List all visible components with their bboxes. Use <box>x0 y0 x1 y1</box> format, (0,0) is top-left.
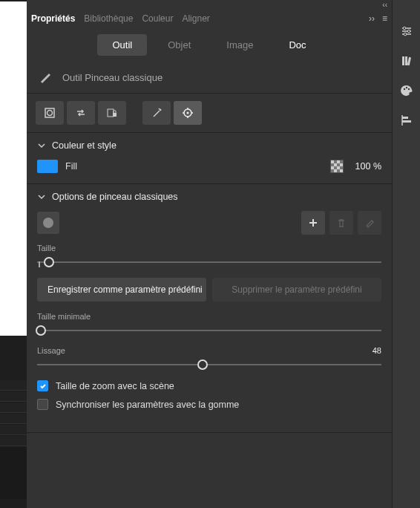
panel-menu-icon[interactable]: ≡ <box>382 13 387 24</box>
section-brush-options-title: Options de pinceau classiques <box>52 192 178 202</box>
paint-behind-button[interactable] <box>142 101 171 125</box>
tab-color[interactable]: Couleur <box>142 10 173 27</box>
left-app-strip <box>0 0 27 508</box>
palette-icon[interactable] <box>398 82 416 100</box>
delete-preset-text-button: Supprimer le paramètre prédéfini <box>212 278 381 302</box>
delete-preset-button <box>329 211 353 235</box>
chevron-down-icon[interactable] <box>37 141 46 150</box>
svg-rect-2 <box>108 109 114 117</box>
lock-fill-button[interactable] <box>98 101 126 125</box>
smoothing-slider[interactable] <box>37 358 381 371</box>
min-size-label: Taille minimale <box>37 312 91 321</box>
paint-mode-toolbar <box>27 94 392 133</box>
svg-rect-10 <box>405 56 407 65</box>
svg-point-14 <box>407 88 409 90</box>
smoothing-value[interactable]: 48 <box>373 346 381 355</box>
svg-rect-3 <box>113 113 117 117</box>
sync-eraser-row[interactable]: Synchroniser les paramètres avec la gomm… <box>37 399 381 410</box>
subtab-doc[interactable]: Doc <box>274 34 321 56</box>
edit-preset-button <box>358 211 381 235</box>
right-rail <box>392 0 420 508</box>
size-label: Taille <box>37 244 56 253</box>
subtab-outil[interactable]: Outil <box>97 34 147 56</box>
fill-label: Fill <box>65 161 77 172</box>
sync-eraser-checkbox[interactable] <box>37 399 48 410</box>
svg-rect-9 <box>402 56 404 65</box>
tool-name: Outil Pinceau classique <box>62 72 163 83</box>
svg-point-5 <box>187 112 189 114</box>
subtab-objet[interactable]: Objet <box>153 34 206 56</box>
zoom-with-stage-checkbox[interactable] <box>37 380 48 391</box>
align-icon[interactable] <box>398 111 416 129</box>
brush-preview[interactable] <box>37 212 59 234</box>
section-color-style: Couleur et style Fill 100 % <box>27 133 392 184</box>
min-size-slider[interactable] <box>37 324 381 337</box>
section-color-style-title: Couleur et style <box>52 140 117 151</box>
svg-point-6 <box>403 27 406 30</box>
save-preset-button[interactable]: Enregistrer comme paramètre prédéfini <box>37 278 206 302</box>
subtab-image[interactable]: Image <box>211 34 268 56</box>
sync-eraser-label: Synchroniser les paramètres avec la gomm… <box>56 400 239 410</box>
zoom-with-stage-label: Taille de zoom avec la scène <box>56 381 174 391</box>
swap-button[interactable] <box>67 101 95 125</box>
svg-point-7 <box>407 30 410 33</box>
chevron-down-icon[interactable] <box>37 192 46 201</box>
tab-library[interactable]: Bibliothèque <box>84 10 133 27</box>
fill-swatch[interactable] <box>37 160 58 173</box>
brush-icon <box>39 71 52 84</box>
object-drawing-button[interactable] <box>36 101 64 125</box>
svg-point-8 <box>404 33 407 36</box>
prefs-icon[interactable] <box>398 22 416 40</box>
size-slider[interactable] <box>37 255 381 269</box>
collapse-bar[interactable]: ‹‹ <box>27 0 392 9</box>
svg-point-13 <box>405 87 407 88</box>
paint-inside-button[interactable] <box>174 101 202 125</box>
panel-bottom <box>27 433 392 508</box>
svg-rect-16 <box>402 120 411 123</box>
section-brush-options: Options de pinceau classiques Taille <box>27 184 392 433</box>
opacity-icon[interactable] <box>330 160 344 173</box>
smoothing-label: Lissage <box>37 346 65 355</box>
collapse-icon: ‹‹ <box>382 1 387 9</box>
tab-properties[interactable]: Propriétés <box>31 10 75 27</box>
subtabs: Outil Objet Image Doc <box>27 28 392 63</box>
svg-rect-11 <box>407 57 410 65</box>
zoom-with-stage-row[interactable]: Taille de zoom avec la scène <box>37 380 381 391</box>
panel-tabs: Propriétés Bibliothèque Couleur Aligner … <box>27 9 392 28</box>
expand-panel-icon[interactable]: ›› <box>369 13 375 24</box>
library-icon[interactable] <box>398 52 416 70</box>
tab-align[interactable]: Aligner <box>182 10 209 27</box>
svg-point-12 <box>403 88 404 90</box>
svg-point-1 <box>47 111 53 116</box>
canvas-peek <box>0 1 27 336</box>
timeline-peek <box>0 380 27 499</box>
add-preset-button[interactable] <box>301 211 325 235</box>
tool-header: Outil Pinceau classique <box>27 63 392 94</box>
opacity-value[interactable]: 100 % <box>355 161 381 172</box>
svg-rect-15 <box>402 117 408 119</box>
